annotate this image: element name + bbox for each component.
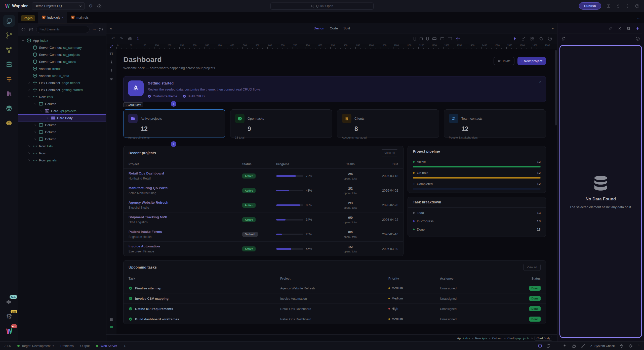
insert-element-button[interactable]: + bbox=[171, 101, 176, 107]
tabs-overflow-icon[interactable]: ⋯ bbox=[637, 17, 640, 20]
project-link[interactable]: Shipment Tracking MVP bbox=[129, 215, 242, 219]
open-in-browser-icon[interactable] bbox=[521, 36, 526, 41]
chevron-icon[interactable] bbox=[33, 103, 37, 105]
routing[interactable] bbox=[3, 73, 15, 85]
tree-more-icon[interactable]: ⋯ bbox=[93, 27, 96, 31]
accessibility-tool-icon[interactable] bbox=[109, 68, 114, 73]
tree-row[interactable]: Row lists bbox=[18, 143, 106, 150]
project-selector[interactable]: Demo Projects HQ bbox=[32, 2, 85, 10]
pages-panel-button[interactable]: Pages bbox=[21, 15, 35, 21]
project-link[interactable]: Agency Website Refresh bbox=[129, 201, 242, 204]
project-settings-gear-icon[interactable]: ⚙ bbox=[89, 4, 93, 8]
workflows[interactable] bbox=[3, 44, 15, 56]
free-resize-move-icon[interactable] bbox=[456, 36, 460, 41]
quick-open-button[interactable]: Quick Open bbox=[270, 3, 374, 10]
undo-icon[interactable]: ↶ bbox=[111, 36, 115, 41]
tree-row[interactable]: Row bbox=[18, 150, 106, 157]
breadcrumb-item[interactable]: App index > bbox=[457, 337, 473, 340]
target-selector[interactable]: Target: Development ▾ bbox=[17, 344, 54, 348]
desktop-device-icon[interactable] bbox=[440, 37, 444, 40]
focus-mode-icon[interactable] bbox=[538, 344, 542, 347]
publish-button[interactable]: Publish bbox=[579, 2, 601, 10]
app-connect-bolt-icon[interactable] bbox=[512, 36, 517, 41]
web-server-tab[interactable]: Web Server bbox=[96, 344, 117, 348]
wappler-pro[interactable]: Pro bbox=[3, 325, 15, 337]
theme-droplet-icon[interactable] bbox=[616, 4, 620, 8]
chevron-icon[interactable] bbox=[27, 96, 31, 98]
reload-icon[interactable] bbox=[546, 344, 551, 348]
add-panel-icon[interactable]: + bbox=[124, 344, 126, 348]
invite-button[interactable]: Invite bbox=[494, 57, 514, 65]
status-more-icon[interactable]: ⋯ bbox=[555, 344, 558, 348]
cloud-sync-icon[interactable] bbox=[97, 4, 102, 9]
kpi-card[interactable]: Team contacts 12 People & stakeholders bbox=[444, 109, 546, 138]
components-box-icon[interactable] bbox=[29, 27, 33, 32]
collapse-right-icon[interactable]: » bbox=[552, 26, 554, 30]
tree-row[interactable]: Variable trends bbox=[18, 65, 106, 72]
chevron-icon[interactable] bbox=[33, 124, 37, 126]
tree-row[interactable]: Server Connect sc_summary bbox=[18, 44, 106, 51]
view-mode-tab[interactable]: Split bbox=[343, 26, 350, 30]
new-project-button[interactable]: + New project bbox=[517, 57, 546, 65]
selected-element-tag[interactable]: ‹ Card Body bbox=[123, 102, 143, 107]
edit-code-icon[interactable] bbox=[608, 26, 613, 31]
tree-row[interactable]: Column bbox=[18, 128, 106, 136]
pages[interactable] bbox=[3, 15, 15, 27]
tree-row[interactable]: Column bbox=[18, 100, 106, 107]
panel-layout-icon[interactable] bbox=[606, 4, 611, 8]
extensions[interactable]: Beta bbox=[3, 296, 15, 308]
chevron-icon[interactable] bbox=[27, 81, 31, 84]
chevron-icon[interactable] bbox=[33, 138, 37, 141]
tree-row[interactable]: Card Body bbox=[18, 114, 106, 121]
laptop-device-icon[interactable] bbox=[432, 37, 436, 40]
ai-sparkles-icon[interactable] bbox=[563, 344, 567, 348]
tree-row[interactable]: Card kpi-projects bbox=[18, 107, 106, 114]
tree-help-icon[interactable] bbox=[99, 27, 103, 32]
system-check-button[interactable]: ✓ System Check bbox=[590, 344, 615, 348]
chevron-icon[interactable] bbox=[45, 117, 49, 119]
close-icon[interactable]: × bbox=[539, 79, 542, 84]
project-link[interactable]: Invoice Automation bbox=[129, 244, 242, 248]
phone-device-icon[interactable] bbox=[414, 37, 416, 40]
kpi-card[interactable]: Active projects 12 Across all clients bbox=[123, 109, 225, 138]
chevron-icon[interactable] bbox=[33, 131, 37, 134]
debug-bug-icon[interactable] bbox=[628, 344, 633, 348]
help-icon[interactable] bbox=[635, 4, 639, 8]
view-mode-tab[interactable]: Code bbox=[330, 26, 338, 30]
insert-element-button[interactable]: + bbox=[171, 141, 176, 147]
code-view-icon[interactable] bbox=[21, 27, 26, 32]
more-menu-kebab-icon[interactable] bbox=[625, 4, 630, 8]
styles[interactable] bbox=[3, 88, 15, 100]
project-link[interactable]: Patient Intake Forms bbox=[129, 230, 242, 234]
chevron-icon[interactable] bbox=[27, 89, 31, 91]
styles-scissors-icon[interactable] bbox=[617, 26, 622, 31]
phablet-device-icon[interactable] bbox=[426, 37, 429, 40]
database[interactable] bbox=[3, 59, 15, 70]
inspect-person-tool-icon[interactable] bbox=[109, 60, 114, 64]
cleanup-brush-icon[interactable] bbox=[581, 344, 585, 348]
file-tab[interactable]: 5 main.ejs ◦ bbox=[67, 12, 93, 23]
grid-toggle-icon[interactable] bbox=[109, 317, 114, 322]
tree-row[interactable]: Flex Container getting-started bbox=[18, 86, 106, 93]
chevron-icon[interactable] bbox=[27, 159, 31, 162]
dynamic-data-bolt-icon[interactable] bbox=[635, 26, 640, 31]
view-all-button[interactable]: View all bbox=[381, 149, 398, 156]
chevron-icon[interactable] bbox=[27, 145, 31, 148]
tree-row[interactable]: Server Connect sc_projects bbox=[18, 51, 106, 58]
typography-tool-icon[interactable]: TT bbox=[110, 52, 113, 56]
canvas-scrollbar[interactable] bbox=[555, 50, 557, 125]
feedback-thumb-icon[interactable] bbox=[572, 344, 576, 348]
screenshot-camera-icon[interactable] bbox=[128, 36, 132, 41]
tree-row[interactable]: App index bbox=[18, 37, 106, 44]
dark-mode-moon-icon[interactable]: ☾ bbox=[137, 36, 141, 41]
kpi-card[interactable]: Open tasks 9 13 total bbox=[230, 109, 332, 138]
find-elements-input[interactable] bbox=[36, 26, 90, 33]
refresh-icon[interactable] bbox=[539, 36, 543, 41]
kpi-card[interactable]: Clients 8 Accounts managed bbox=[337, 109, 439, 138]
collapse-left-icon[interactable]: « bbox=[110, 26, 112, 30]
problems-tab[interactable]: Problems bbox=[60, 344, 74, 348]
breadcrumb-item[interactable]: Column > bbox=[492, 337, 506, 340]
view-all-button[interactable]: View all bbox=[523, 264, 541, 271]
tree-row[interactable]: Flex Container page-header bbox=[18, 79, 106, 86]
tree-row[interactable]: Row kpis bbox=[18, 93, 106, 100]
